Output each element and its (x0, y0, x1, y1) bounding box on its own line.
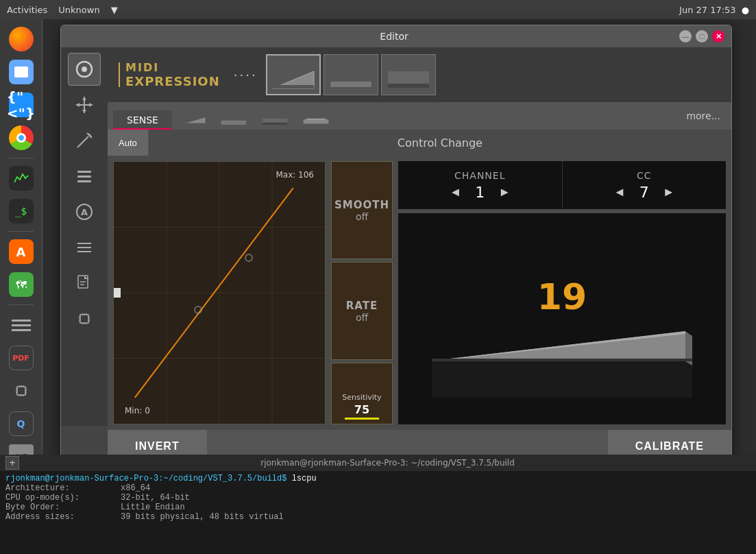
svg-marker-17 (82, 97, 86, 100)
cc-left-btn[interactable]: ◄ (613, 185, 626, 200)
dock-sep3 (9, 304, 34, 305)
smooth-control[interactable]: SMOOTH off (331, 161, 393, 259)
dock-sep2 (9, 231, 34, 232)
svg-rect-57 (221, 121, 246, 125)
channel-controls: ◄ 1 ► (449, 184, 511, 201)
preset-slot-3[interactable] (381, 69, 436, 95)
graph-grid (114, 162, 325, 424)
cc-section: CC ◄ 7 ► (563, 161, 727, 209)
smooth-rate-column: SMOOTH off RATE off Sensitivity 75 (331, 161, 393, 424)
svg-rect-60 (303, 119, 328, 123)
sidebar-icon-chip[interactable] (68, 302, 101, 335)
svg-marker-18 (82, 110, 86, 113)
dock-files[interactable] (7, 58, 36, 86)
terminal-label-0: Architecture: (5, 483, 115, 493)
cc-right-btn[interactable]: ► (663, 185, 675, 200)
editor-titlebar: Editor — □ ✕ (61, 25, 731, 47)
cc-controls: ◄ 7 ► (613, 184, 675, 201)
dock-qa[interactable]: Q (7, 409, 36, 438)
dock-hardware[interactable] (7, 376, 36, 405)
dock-pdf[interactable]: PDF (7, 344, 36, 372)
indicator-icon: ● (742, 5, 749, 15)
logo-area: MIDI EXPRESSION (119, 69, 220, 88)
terminal-line-2: Byte Order: Little Endian (5, 503, 751, 512)
curve-handle-2[interactable] (245, 254, 253, 262)
dock-terminal[interactable]: _$ (7, 197, 36, 226)
sidebar-icon-move[interactable] (68, 88, 101, 121)
sidebar-icon-knob[interactable] (68, 69, 101, 86)
tab-more[interactable]: more... (675, 106, 731, 125)
tab-sense[interactable]: SENSE (113, 110, 172, 130)
sidebar-icon-a[interactable]: A (68, 195, 101, 228)
svg-rect-36 (80, 315, 88, 323)
svg-rect-69 (432, 360, 692, 398)
svg-rect-24 (77, 171, 91, 173)
activities-label[interactable]: Activities (7, 5, 47, 15)
editor-close-btn[interactable]: ✕ (712, 30, 724, 43)
channel-right-btn[interactable]: ► (498, 185, 511, 200)
editor-minimize-btn[interactable]: — (679, 30, 692, 43)
plugin-main-content: MIDI EXPRESSION ···· (108, 69, 731, 463)
tab-bar: SENSE (108, 102, 731, 130)
sidebar-icon-wand[interactable] (68, 124, 101, 157)
channel-left-btn[interactable]: ◄ (449, 185, 461, 200)
svg-rect-51 (273, 85, 314, 88)
tab-pedal-3[interactable] (254, 110, 295, 130)
terminal-line-1: CPU op-mode(s): 32-bit, 64-bit (5, 493, 751, 503)
svg-rect-74 (432, 359, 692, 361)
svg-point-14 (82, 69, 87, 72)
tab-pedal-2[interactable] (213, 110, 254, 130)
terminal-line-3: Address sizes: 39 bits physical, 48 bits… (5, 512, 751, 522)
preset-slot-1[interactable] (266, 69, 321, 95)
svg-marker-19 (76, 103, 80, 107)
unknown-menu[interactable]: Unknown (58, 5, 99, 15)
terminal-prompt-line: rjonkman@rjonkman-Surface-Pro-3:~/coding… (5, 474, 751, 483)
cc-value: 7 (634, 184, 655, 201)
sensitivity-handle[interactable] (114, 288, 121, 298)
editor-maximize-btn[interactable]: □ (696, 30, 708, 43)
preset-slot-2[interactable] (324, 69, 378, 95)
datetime-label: Jun 27 17:53 (679, 5, 736, 15)
dots-indicator: ···· (234, 69, 258, 82)
rate-control[interactable]: RATE off (331, 262, 393, 360)
plugin-sidebar: A (61, 69, 108, 426)
dock-appstore[interactable]: A (7, 237, 36, 266)
tab-pedal-1[interactable] (172, 110, 213, 130)
unknown-arrow: ▼ (111, 5, 118, 15)
sensitivity-control[interactable]: Sensitivity 75 (331, 363, 393, 424)
system-bar: Activities Unknown ▼ Jun 27 17:53 ● (0, 0, 756, 19)
terminal-value-1: 32-bit, 64-bit (121, 493, 190, 503)
svg-line-21 (77, 136, 88, 147)
svg-text:A: A (81, 207, 88, 217)
dock-firefox[interactable] (7, 25, 36, 53)
terminal-new-tab-btn[interactable]: + (5, 456, 19, 470)
sidebar-icon-lines[interactable] (68, 160, 101, 193)
smooth-value: off (356, 211, 368, 222)
terminal-label-2: Byte Order: (5, 503, 115, 512)
logo-midi: MIDI (125, 69, 220, 74)
svg-rect-0 (17, 387, 25, 395)
dock-sysmon[interactable] (7, 164, 36, 193)
terminal: + rjonkman@rjonkman-Surface-Pro-3: ~/cod… (0, 455, 756, 554)
svg-rect-61 (306, 119, 326, 120)
graph-area: Max: 106 Min: 0 (113, 161, 326, 424)
channel-name: CHANNEL (454, 170, 505, 181)
dock-vscode[interactable]: {"<"} (7, 91, 36, 119)
channel-value: 1 (470, 184, 490, 201)
dock-maps[interactable]: 🗺 (7, 270, 36, 299)
sensitivity-label: Sensitivity (342, 393, 381, 402)
tab-pedal-4[interactable] (295, 110, 337, 130)
sidebar-icon-hamburger[interactable] (68, 231, 101, 264)
sidebar-icon-doc[interactable] (68, 267, 101, 300)
editor-title: Editor (109, 31, 679, 42)
dock-lines[interactable] (7, 311, 36, 339)
dock-chrome[interactable] (7, 123, 36, 152)
graph-min-label: Min: 0 (119, 403, 156, 418)
rate-value: off (356, 312, 368, 323)
svg-rect-54 (388, 84, 429, 88)
terminal-value-3: 39 bits physical, 48 bits virtual (121, 512, 284, 522)
sensitivity-value: 75 (354, 403, 369, 416)
dock-sep1 (9, 158, 34, 158)
auto-button[interactable]: Auto (108, 130, 149, 156)
terminal-value-2: Little Endian (121, 503, 185, 512)
